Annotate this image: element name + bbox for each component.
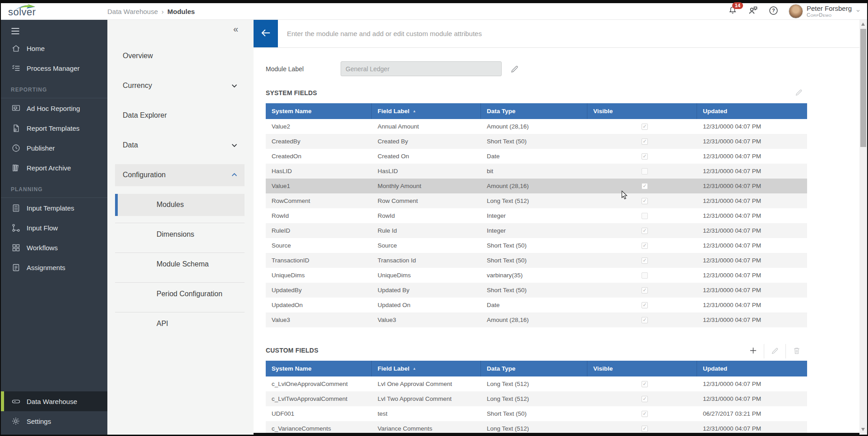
cell-updated: 12/31/0000 04:07 PM: [697, 253, 807, 268]
sidebar-item-data-warehouse[interactable]: Data Warehouse: [1, 391, 107, 411]
sidebar-item-process-manager[interactable]: Process Manager: [1, 58, 107, 78]
column-header-updated[interactable]: Updated: [697, 103, 807, 119]
question-mark-icon: ?: [768, 5, 779, 18]
table-row[interactable]: RuleIDRule IdInteger✓12/31/0000 04:07 PM: [266, 223, 807, 238]
edit-module-label-pencil-icon[interactable]: [510, 64, 520, 74]
table-row[interactable]: Value3Value3Amount (28,16)✓12/31/0000 04…: [266, 312, 807, 327]
subnav-item-label: Data Explorer: [123, 111, 167, 119]
table-row[interactable]: Value2Annual AmountAmount (28,16)✓12/31/…: [266, 119, 807, 134]
subnav-item-currency[interactable]: Currency: [107, 71, 254, 101]
table-row[interactable]: UpdatedByUpdated ByShort Text (50)✓12/31…: [266, 283, 807, 298]
cell-system-name: Source: [266, 238, 372, 253]
hamburger-menu-icon[interactable]: [10, 26, 21, 37]
sidebar-item-input-templates[interactable]: Input Templates: [1, 198, 107, 218]
sidebar-item-report-templates[interactable]: Report Templates: [1, 118, 107, 138]
cell-data-type: Integer: [481, 223, 587, 238]
delete-custom-field-button[interactable]: [786, 346, 807, 357]
chevron-up-icon: [231, 171, 238, 179]
column-header-visible[interactable]: Visible: [587, 103, 697, 119]
workflows-icon: [11, 243, 21, 252]
sidebar-item-input-flow[interactable]: Input Flow: [1, 218, 107, 238]
support-chat-button[interactable]: [748, 5, 758, 18]
sidebar-item-assignments[interactable]: Assignments: [1, 257, 107, 277]
visible-checkbox: ✓: [642, 317, 648, 323]
visible-checkbox: ✓: [642, 243, 648, 249]
chevron-down-icon: [231, 142, 238, 149]
edit-custom-field-button[interactable]: [764, 346, 785, 357]
table-row[interactable]: Value1Monthly AmountAmount (28,16)✓12/31…: [266, 179, 807, 193]
scrollbar-thumb[interactable]: [860, 29, 866, 147]
column-header-label: System Name: [272, 108, 312, 115]
subnav-item-data[interactable]: Data: [107, 130, 254, 160]
visible-checkbox: ✓: [642, 287, 648, 294]
add-custom-field-button[interactable]: [743, 346, 764, 357]
subnav-item-data-explorer[interactable]: Data Explorer: [107, 101, 254, 130]
vertical-scrollbar[interactable]: [859, 20, 867, 435]
visible-checkbox: ✓: [642, 426, 648, 432]
column-header-data-type[interactable]: Data Type: [481, 103, 587, 119]
table-body: Value2Annual AmountAmount (28,16)✓12/31/…: [266, 119, 807, 327]
cell-field-label: Source: [372, 238, 481, 253]
user-menu[interactable]: Peter Forsberg CorpDemo: [789, 4, 861, 18]
sidebar-item-ad-hoc-reporting[interactable]: Ad Hoc Reporting: [1, 98, 107, 118]
module-label-input[interactable]: [341, 61, 502, 76]
column-header-field-label[interactable]: Field Label▲: [372, 361, 481, 376]
solver-logo[interactable]: solver: [1, 3, 107, 19]
sidebar-item-report-archive[interactable]: Report Archive: [1, 158, 107, 178]
subnav-item-modules[interactable]: Modules: [107, 190, 254, 220]
table-row[interactable]: CreatedOnCreated OnDate✓12/31/0000 04:07…: [266, 149, 807, 164]
table-row[interactable]: RowCommentRow CommentLong Text (512)✓12/…: [266, 193, 807, 208]
table-row[interactable]: c_LvlOneApprovalCommentLvl One Approval …: [266, 376, 807, 391]
subnav-item-period-configuration[interactable]: Period Configuration: [107, 279, 254, 309]
horizontal-scrollbar-track[interactable]: [254, 433, 859, 435]
column-header-data-type[interactable]: Data Type: [481, 361, 587, 376]
column-header-visible[interactable]: Visible: [587, 361, 697, 376]
module-label-label: Module Label: [266, 65, 341, 73]
table-row[interactable]: CreatedByCreated ByShort Text (50)✓12/31…: [266, 134, 807, 149]
cell-updated: 12/31/0000 04:07 PM: [697, 283, 807, 298]
sidebar-item-workflows[interactable]: Workflows: [1, 238, 107, 257]
sidebar-item-publisher[interactable]: Publisher: [1, 138, 107, 158]
table-row[interactable]: c_LvlTwoApprovalCommentLvl Two Approval …: [266, 391, 807, 406]
avatar: [789, 4, 803, 18]
column-header-system-name[interactable]: System Name: [266, 361, 372, 376]
subnav-item-module-schema[interactable]: Module Schema: [107, 249, 254, 279]
table-row[interactable]: TransactionIDTransaction IdShort Text (5…: [266, 253, 807, 268]
help-button[interactable]: ?: [768, 5, 779, 18]
cell-visible: ✓: [587, 149, 697, 164]
subnav-item-label: API: [157, 320, 168, 328]
cell-data-type: varbinary(35): [481, 268, 587, 283]
sidebar-item-label: Publisher: [27, 144, 55, 152]
subnav-item-dimensions[interactable]: Dimensions: [107, 220, 254, 249]
collapse-panel-button[interactable]: «: [233, 24, 238, 33]
cell-updated: 06/27/2017 03:21 PM: [697, 406, 807, 421]
subnav-item-overview[interactable]: Overview: [107, 41, 254, 71]
sidebar-item-settings[interactable]: Settings: [1, 411, 107, 431]
column-header-system-name[interactable]: System Name: [266, 103, 372, 119]
table-row[interactable]: UDF001testShort Text (50)✓06/27/2017 03:…: [266, 406, 807, 421]
table-row[interactable]: RowIdRowIdInteger12/31/0000 04:07 PM: [266, 208, 807, 223]
table-row[interactable]: HasLIDHasLIDbit12/31/0000 04:07 PM: [266, 164, 807, 179]
column-header-field-label[interactable]: Field Label▲: [372, 103, 481, 119]
table-row[interactable]: UpdatedOnUpdated OnDate✓12/31/0000 04:07…: [266, 298, 807, 312]
edit-system-fields-pencil-icon[interactable]: [794, 88, 803, 97]
notifications-button[interactable]: 14: [728, 5, 738, 17]
breadcrumb-data-warehouse[interactable]: Data Warehouse: [107, 8, 158, 15]
column-header-label: Updated: [703, 365, 727, 372]
subnav-item-configuration[interactable]: Configuration: [107, 160, 254, 190]
sort-ascending-icon: ▲: [413, 109, 416, 113]
sidebar-item-home[interactable]: Home: [1, 38, 107, 58]
scroll-down-arrow-icon[interactable]: [861, 428, 865, 431]
subnav-list: OverviewCurrencyData ExplorerDataConfigu…: [107, 41, 254, 339]
table-header-row: System NameField Label▲Data TypeVisibleU…: [266, 103, 807, 119]
table-row[interactable]: UniqueDimsUniqueDimsvarbinary(35)12/31/0…: [266, 268, 807, 283]
table-row[interactable]: SourceSourceShort Text (50)✓12/31/0000 0…: [266, 238, 807, 253]
cell-data-type: Short Text (50): [481, 406, 587, 421]
column-header-updated[interactable]: Updated: [697, 361, 807, 376]
subnav-item-api[interactable]: API: [107, 309, 254, 339]
subnav-item-label: Period Configuration: [157, 290, 222, 298]
scroll-up-arrow-icon[interactable]: [861, 23, 865, 26]
trash-icon: [792, 346, 801, 357]
back-button[interactable]: [254, 20, 278, 47]
system-fields-table: System NameField Label▲Data TypeVisibleU…: [266, 103, 807, 327]
